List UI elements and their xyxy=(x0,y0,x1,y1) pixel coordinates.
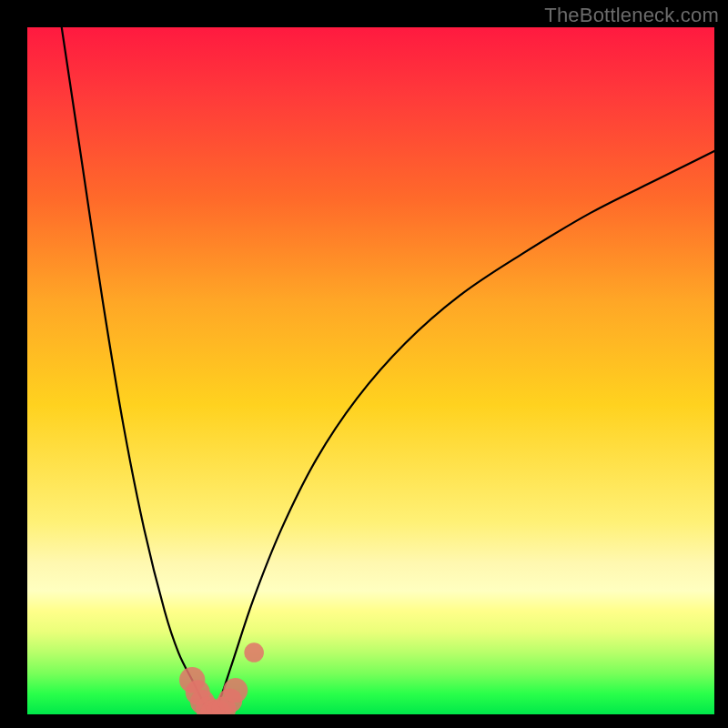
curve-left-branch xyxy=(62,27,213,714)
curve-right-branch xyxy=(213,151,714,714)
watermark-text: TheBottleneck.com xyxy=(544,4,719,27)
highlight-markers xyxy=(179,642,264,714)
marker-point xyxy=(223,678,248,703)
plot-area xyxy=(27,27,714,714)
chart-container: TheBottleneck.com xyxy=(0,0,728,728)
series-left-branch xyxy=(62,27,213,714)
series-right-branch xyxy=(213,151,714,714)
marker-point xyxy=(244,642,264,662)
curves-svg xyxy=(27,27,714,714)
